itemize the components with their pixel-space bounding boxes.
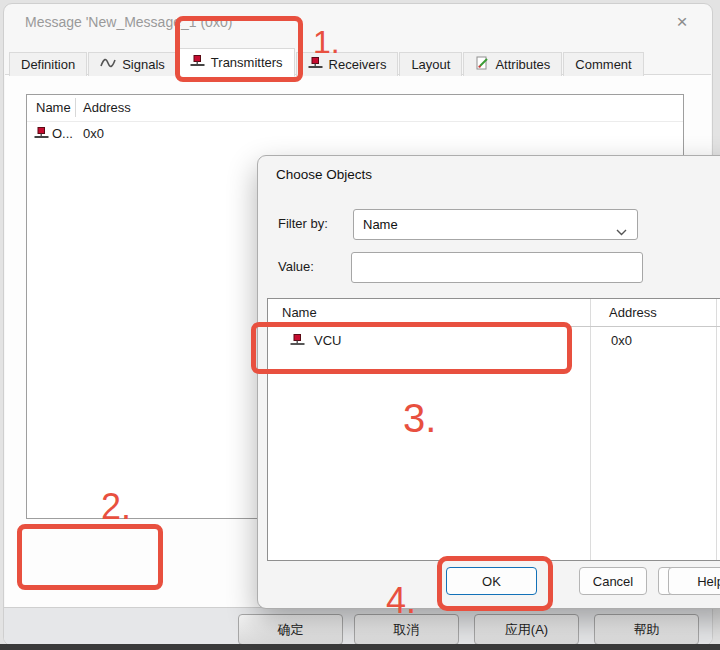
tab-label: Attributes bbox=[495, 57, 550, 72]
annotation-box-ok bbox=[437, 556, 553, 611]
chevron-down-icon bbox=[616, 222, 627, 240]
annotation-box-transmitters bbox=[175, 16, 303, 82]
tab-definition[interactable]: Definition bbox=[9, 52, 87, 76]
tab-receivers[interactable]: Receivers bbox=[296, 52, 399, 76]
dialog-button-strip: 确定 取消 应用(A) 帮助 bbox=[4, 607, 712, 645]
ok-button-cn[interactable]: 确定 bbox=[238, 614, 343, 645]
annotation-step-1: 1. bbox=[313, 24, 340, 61]
ecu-node-icon bbox=[34, 127, 49, 142]
tab-label: Signals bbox=[122, 57, 165, 72]
help-button[interactable]: Help bbox=[668, 567, 720, 595]
value-input[interactable] bbox=[351, 252, 643, 283]
help-button-cn[interactable]: 帮助 bbox=[594, 614, 699, 645]
node-name: O... bbox=[52, 126, 73, 141]
filter-by-value: Name bbox=[363, 217, 398, 232]
tab-layout[interactable]: Layout bbox=[399, 52, 462, 76]
tab-label: Layout bbox=[411, 57, 450, 72]
tab-comment[interactable]: Comment bbox=[563, 52, 643, 76]
signal-wave-icon bbox=[100, 57, 116, 72]
filter-by-label: Filter by: bbox=[278, 216, 328, 231]
column-divider bbox=[75, 98, 76, 117]
annotation-box-add bbox=[17, 524, 163, 590]
annotation-box-vcu bbox=[251, 322, 572, 374]
choose-objects-dialog: Choose Objects Filter by: Name Value: Fi… bbox=[257, 155, 720, 609]
screen: Message 'New_Message_1 (0x0)' × Definiti… bbox=[0, 0, 720, 650]
tab-signals[interactable]: Signals bbox=[88, 52, 177, 76]
annotation-step-2: 2. bbox=[101, 486, 131, 528]
desktop-edge bbox=[0, 644, 720, 650]
tab-label: Definition bbox=[21, 57, 75, 72]
dialog-title: Choose Objects bbox=[276, 167, 372, 182]
title-bar: Message 'New_Message_1 (0x0)' × bbox=[4, 4, 712, 44]
column-header-address[interactable]: Address bbox=[83, 100, 131, 115]
attribute-edit-icon bbox=[475, 56, 489, 73]
annotation-step-4: 4. bbox=[386, 580, 416, 622]
value-label: Value: bbox=[278, 259, 314, 274]
column-header-name[interactable]: Name bbox=[36, 100, 71, 115]
tab-attributes[interactable]: Attributes bbox=[463, 52, 562, 76]
node-address: 0x0 bbox=[611, 333, 632, 348]
apply-button-cn[interactable]: 应用(A) bbox=[474, 614, 579, 645]
tab-label: Comment bbox=[575, 57, 631, 72]
column-header-name[interactable]: Name bbox=[282, 305, 317, 320]
annotation-step-3: 3. bbox=[403, 396, 436, 441]
filter-by-select[interactable]: Name bbox=[353, 209, 638, 240]
node-address: 0x0 bbox=[83, 126, 104, 141]
column-header-address[interactable]: Address bbox=[609, 305, 657, 320]
close-icon[interactable]: × bbox=[668, 8, 696, 36]
cancel-button[interactable]: Cancel bbox=[579, 567, 647, 595]
list-header: Name Address bbox=[27, 95, 683, 122]
list-item[interactable]: O... 0x0 bbox=[27, 123, 683, 145]
